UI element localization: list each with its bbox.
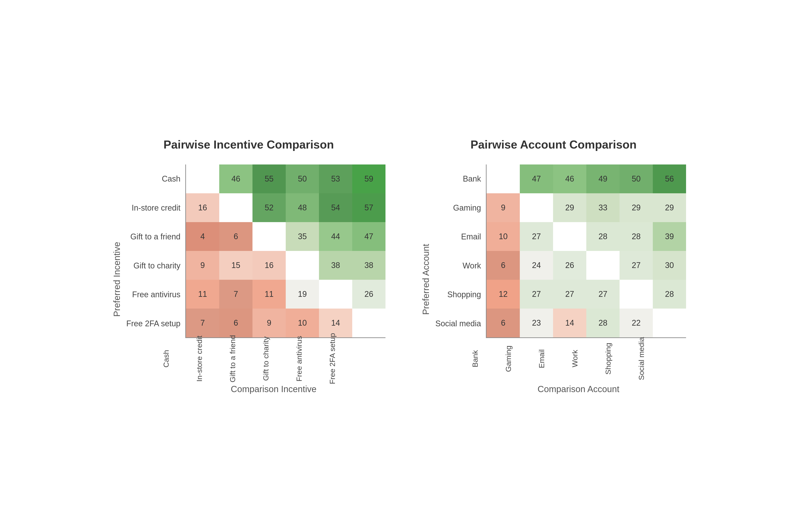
x-axis-label-incentive: Comparison Incentive bbox=[162, 384, 385, 394]
cell-incentive-5-2: 9 bbox=[252, 308, 286, 337]
grid-account: 4746495056929332929102728283962426273012… bbox=[486, 165, 686, 338]
col-labels-account: BankGamingEmailWorkShoppingSocial media bbox=[471, 340, 670, 380]
col-label-incentive-2: Gift to a friend bbox=[228, 340, 262, 380]
col-label-account-3: Work bbox=[571, 340, 604, 380]
cell-account-3-2: 26 bbox=[553, 251, 586, 280]
cell-account-0-4: 50 bbox=[620, 165, 653, 193]
cell-account-1-2: 29 bbox=[553, 193, 586, 222]
cell-incentive-3-1: 15 bbox=[219, 251, 252, 280]
chart-account: Pairwise Account ComparisonPreferred Acc… bbox=[421, 138, 686, 394]
cell-incentive-1-1 bbox=[219, 193, 252, 222]
row-label-incentive-5: Free 2FA setup bbox=[126, 309, 183, 338]
row-label-account-4: Shopping bbox=[435, 280, 484, 309]
row-labels-incentive: CashIn-store creditGift to a friendGift … bbox=[126, 165, 183, 338]
cell-account-0-0 bbox=[487, 165, 520, 193]
cell-incentive-3-2: 16 bbox=[252, 251, 286, 280]
cell-account-1-4: 29 bbox=[620, 193, 653, 222]
col-labels-incentive: CashIn-store creditGift to a friendGift … bbox=[162, 340, 361, 380]
cell-incentive-3-4: 38 bbox=[319, 251, 352, 280]
cell-account-1-3: 33 bbox=[586, 193, 620, 222]
cell-account-0-2: 46 bbox=[553, 165, 586, 193]
row-label-incentive-2: Gift to a friend bbox=[126, 222, 183, 251]
cell-account-0-5: 56 bbox=[653, 165, 686, 193]
col-labels-row-incentive: CashIn-store creditGift to a friendGift … bbox=[126, 340, 385, 380]
cell-incentive-0-0 bbox=[186, 165, 219, 193]
cell-account-4-1: 27 bbox=[520, 280, 553, 308]
cell-account-2-5: 39 bbox=[653, 222, 686, 251]
col-label-account-5: Social media bbox=[637, 340, 670, 380]
row-label-account-2: Email bbox=[435, 222, 484, 251]
cell-account-3-1: 24 bbox=[520, 251, 553, 280]
cell-incentive-4-0: 11 bbox=[186, 280, 219, 308]
cell-account-2-0: 10 bbox=[487, 222, 520, 251]
row-label-incentive-0: Cash bbox=[126, 165, 183, 193]
row-label-account-5: Social media bbox=[435, 309, 484, 338]
y-axis-label-incentive: Preferred Incentive bbox=[112, 242, 122, 317]
row-labels-grid-account: BankGamingEmailWorkShoppingSocial media4… bbox=[435, 165, 686, 338]
cell-incentive-3-3 bbox=[286, 251, 319, 280]
matrix-account: BankGamingEmailWorkShoppingSocial media4… bbox=[435, 165, 686, 394]
cell-incentive-1-0: 16 bbox=[186, 193, 219, 222]
cell-account-5-0: 6 bbox=[487, 308, 520, 337]
row-labels-grid-incentive: CashIn-store creditGift to a friendGift … bbox=[126, 165, 385, 338]
col-label-incentive-1: In-store credit bbox=[195, 340, 228, 380]
row-label-account-3: Work bbox=[435, 251, 484, 280]
cell-incentive-4-5: 26 bbox=[352, 280, 385, 308]
x-axis-label-account: Comparison Account bbox=[471, 384, 686, 394]
cell-account-4-5: 28 bbox=[653, 280, 686, 308]
row-label-incentive-3: Gift to charity bbox=[126, 251, 183, 280]
cell-account-5-4: 22 bbox=[620, 308, 653, 337]
cell-incentive-1-4: 54 bbox=[319, 193, 352, 222]
cell-incentive-5-5 bbox=[352, 308, 385, 337]
chart-area-incentive: Preferred IncentiveCashIn-store creditGi… bbox=[112, 165, 385, 394]
cell-incentive-2-5: 47 bbox=[352, 222, 385, 251]
col-label-incentive-3: Gift to charity bbox=[262, 340, 295, 380]
cell-incentive-0-4: 53 bbox=[319, 165, 352, 193]
cell-account-0-1: 47 bbox=[520, 165, 553, 193]
cell-account-4-2: 27 bbox=[553, 280, 586, 308]
col-label-account-0: Bank bbox=[471, 340, 504, 380]
cell-incentive-0-3: 50 bbox=[286, 165, 319, 193]
row-label-incentive-4: Free antivirus bbox=[126, 280, 183, 309]
cell-incentive-4-4 bbox=[319, 280, 352, 308]
col-label-incentive-5: Free 2FA setup bbox=[328, 340, 361, 380]
cell-account-3-0: 6 bbox=[487, 251, 520, 280]
cell-incentive-5-0: 7 bbox=[186, 308, 219, 337]
cell-account-1-1 bbox=[520, 193, 553, 222]
cell-incentive-5-1: 6 bbox=[219, 308, 252, 337]
cell-incentive-2-4: 44 bbox=[319, 222, 352, 251]
row-label-account-1: Gaming bbox=[435, 193, 484, 222]
col-label-incentive-0: Cash bbox=[162, 340, 195, 380]
row-label-account-0: Bank bbox=[435, 165, 484, 193]
cell-incentive-4-3: 19 bbox=[286, 280, 319, 308]
cell-account-3-4: 27 bbox=[620, 251, 653, 280]
row-label-incentive-1: In-store credit bbox=[126, 193, 183, 222]
cell-incentive-1-5: 57 bbox=[352, 193, 385, 222]
row-labels-account: BankGamingEmailWorkShoppingSocial media bbox=[435, 165, 484, 338]
cell-incentive-0-1: 46 bbox=[219, 165, 252, 193]
chart-title-account: Pairwise Account Comparison bbox=[470, 138, 636, 151]
cell-account-5-3: 28 bbox=[586, 308, 620, 337]
cell-account-3-3 bbox=[586, 251, 620, 280]
cell-incentive-2-3: 35 bbox=[286, 222, 319, 251]
cell-account-4-3: 27 bbox=[586, 280, 620, 308]
chart-title-incentive: Pairwise Incentive Comparison bbox=[164, 138, 334, 151]
cell-incentive-4-2: 11 bbox=[252, 280, 286, 308]
cell-incentive-3-5: 38 bbox=[352, 251, 385, 280]
cell-incentive-2-2 bbox=[252, 222, 286, 251]
cell-incentive-4-1: 7 bbox=[219, 280, 252, 308]
col-label-account-1: Gaming bbox=[504, 340, 537, 380]
cell-account-4-0: 12 bbox=[487, 280, 520, 308]
cell-incentive-2-0: 4 bbox=[186, 222, 219, 251]
cell-account-5-2: 14 bbox=[553, 308, 586, 337]
cell-account-1-5: 29 bbox=[653, 193, 686, 222]
cell-incentive-3-0: 9 bbox=[186, 251, 219, 280]
col-label-incentive-4: Free antivirus bbox=[295, 340, 328, 380]
col-labels-row-account: BankGamingEmailWorkShoppingSocial media bbox=[435, 340, 686, 380]
charts-container: Pairwise Incentive ComparisonPreferred I… bbox=[94, 120, 704, 412]
chart-area-account: Preferred AccountBankGamingEmailWorkShop… bbox=[421, 165, 686, 394]
cell-incentive-1-3: 48 bbox=[286, 193, 319, 222]
cell-incentive-5-3: 10 bbox=[286, 308, 319, 337]
col-label-account-4: Shopping bbox=[604, 340, 637, 380]
grid-incentive: 4655505359165248545746354447915163838117… bbox=[185, 165, 385, 338]
